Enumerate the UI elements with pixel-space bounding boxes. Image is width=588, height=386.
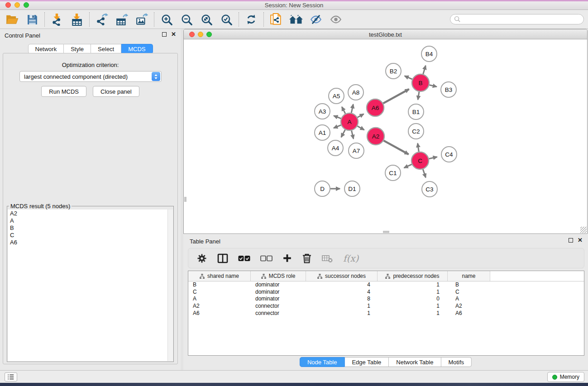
- table-cell[interactable]: A: [448, 295, 490, 303]
- column-header-successor-nodes[interactable]: successor nodes: [306, 271, 378, 281]
- criterion-dropdown[interactable]: largest connected component (directed): [19, 71, 162, 82]
- mcds-result-item[interactable]: A: [8, 217, 167, 224]
- graph-edge-A6-B[interactable]: [383, 89, 409, 103]
- table-cell[interactable]: 1: [306, 310, 378, 317]
- mcds-result-item[interactable]: A6: [8, 239, 167, 246]
- graph-node-A4[interactable]: A4: [328, 140, 343, 156]
- float-table-panel-icon[interactable]: [569, 238, 573, 243]
- graph-edge-C-C3[interactable]: [423, 169, 425, 177]
- graph-node-B2[interactable]: B2: [386, 63, 401, 79]
- column-header-shared-name[interactable]: shared name: [188, 271, 251, 281]
- graph-edge-B-B4[interactable]: [423, 66, 426, 74]
- table-row[interactable]: Cdominator41C: [188, 289, 584, 296]
- hide-annotations-button[interactable]: [308, 12, 324, 27]
- table-row[interactable]: Bdominator41B: [188, 281, 584, 289]
- table-cell[interactable]: connector: [251, 310, 306, 317]
- vertical-scroll-nub[interactable]: [184, 197, 186, 202]
- table-row[interactable]: A6connector11A6: [188, 310, 584, 317]
- graph-node-B4[interactable]: B4: [421, 46, 437, 62]
- float-panel-icon[interactable]: [162, 32, 167, 37]
- resize-grip-icon[interactable]: [580, 227, 587, 233]
- table-cell[interactable]: connector: [251, 303, 306, 310]
- show-panels-button[interactable]: [5, 372, 17, 381]
- graph-node-A1[interactable]: A1: [315, 125, 330, 140]
- graph-node-A2[interactable]: A2: [367, 128, 384, 145]
- tab-select[interactable]: Select: [91, 44, 121, 54]
- deselect-all-button[interactable]: [260, 255, 272, 262]
- graph-edge-A-A3[interactable]: [334, 116, 341, 119]
- graph-node-C4[interactable]: C4: [441, 147, 457, 162]
- graph-edge-C-C1[interactable]: [404, 164, 412, 168]
- horizontal-scroll-nub[interactable]: [383, 231, 389, 233]
- graph-node-C1[interactable]: C1: [385, 165, 401, 181]
- table-cell[interactable]: A2: [188, 303, 251, 310]
- close-table-panel-icon[interactable]: ✕: [578, 238, 583, 243]
- table-cell[interactable]: A6: [448, 310, 490, 317]
- close-panel-button[interactable]: Close panel: [93, 86, 139, 97]
- table-cell[interactable]: dominator: [251, 289, 306, 296]
- split-view-button[interactable]: [217, 253, 228, 263]
- graph-node-C3[interactable]: C3: [422, 181, 437, 197]
- zoom-out-button[interactable]: [178, 12, 195, 27]
- graph-edge-C-C2[interactable]: [418, 143, 419, 152]
- graph-node-D[interactable]: D: [315, 181, 330, 196]
- network-canvas[interactable]: B4B2BB3A5A8A6A3B1AC2A1A2A4A7C4CC1DD1C3: [184, 39, 587, 234]
- table-cell[interactable]: 0: [378, 295, 448, 303]
- run-mcds-button[interactable]: Run MCDS: [41, 86, 86, 97]
- table-cell[interactable]: 1: [378, 281, 448, 289]
- graph-node-A[interactable]: A: [341, 113, 358, 130]
- graph-node-A6[interactable]: A6: [367, 99, 384, 116]
- save-session-button[interactable]: [24, 12, 40, 27]
- graph-node-A3[interactable]: A3: [315, 104, 330, 119]
- import-table-button[interactable]: [69, 12, 85, 27]
- tab-mcds[interactable]: MCDS: [121, 44, 153, 54]
- export-image-button[interactable]: [134, 12, 150, 27]
- graph-edge-B-B2[interactable]: [405, 76, 412, 79]
- table-row[interactable]: Adominator80A: [188, 295, 584, 303]
- table-cell[interactable]: dominator: [251, 281, 306, 289]
- tab-network-table[interactable]: Network Table: [389, 357, 441, 367]
- select-all-button[interactable]: [238, 255, 250, 262]
- table-cell[interactable]: 1: [378, 310, 448, 317]
- add-column-button[interactable]: [282, 253, 292, 263]
- graph-edge-A-A8[interactable]: [351, 104, 353, 113]
- close-panel-icon[interactable]: ✕: [171, 32, 176, 37]
- graph-edge-A-A1[interactable]: [334, 125, 341, 128]
- show-annotations-button[interactable]: [328, 12, 344, 27]
- table-cell[interactable]: 8: [306, 295, 378, 303]
- zoom-selected-button[interactable]: [218, 12, 234, 27]
- graph-edge-A2-C[interactable]: [384, 141, 409, 154]
- graph-node-B3[interactable]: B3: [441, 82, 456, 97]
- table-cell[interactable]: 4: [306, 281, 378, 289]
- network-graph[interactable]: B4B2BB3A5A8A6A3B1AC2A1A2A4A7C4CC1DD1C3: [184, 39, 587, 234]
- graph-node-A7[interactable]: A7: [349, 143, 364, 158]
- table-cell[interactable]: dominator: [251, 295, 306, 303]
- mcds-result-item[interactable]: C: [8, 232, 167, 239]
- mcds-result-item[interactable]: A2: [8, 210, 167, 217]
- tab-network[interactable]: Network: [28, 44, 64, 54]
- table-cell[interactable]: 1: [378, 303, 448, 310]
- table-cell[interactable]: A2: [448, 303, 490, 310]
- column-header-name[interactable]: name: [448, 271, 490, 281]
- zoom-in-button[interactable]: [158, 12, 175, 27]
- tab-edge-table[interactable]: Edge Table: [344, 357, 389, 367]
- graph-edge-A-A4[interactable]: [341, 130, 345, 138]
- table-cell[interactable]: 4: [306, 289, 378, 296]
- table-cell[interactable]: B: [188, 281, 251, 289]
- graph-node-C2[interactable]: C2: [408, 124, 424, 139]
- mcds-list-scrollbar[interactable]: [167, 210, 173, 361]
- table-cell[interactable]: A: [188, 295, 251, 303]
- graph-node-B1[interactable]: B1: [408, 104, 424, 119]
- graph-edge-A-A5[interactable]: [342, 107, 345, 114]
- graph-node-B[interactable]: B: [412, 74, 429, 91]
- table-settings-button[interactable]: [196, 253, 207, 264]
- graph-edge-B-B1[interactable]: [418, 92, 419, 100]
- tab-style[interactable]: Style: [64, 44, 91, 54]
- memory-button[interactable]: Memory: [547, 372, 584, 382]
- home-view-button[interactable]: [288, 12, 304, 27]
- column-header-predecessor-nodes[interactable]: predecessor nodes: [378, 271, 448, 281]
- table-cell[interactable]: 1: [378, 289, 448, 296]
- table-cell[interactable]: 1: [306, 303, 378, 310]
- export-network-button[interactable]: [94, 12, 110, 27]
- tab-motifs[interactable]: Motifs: [441, 357, 472, 367]
